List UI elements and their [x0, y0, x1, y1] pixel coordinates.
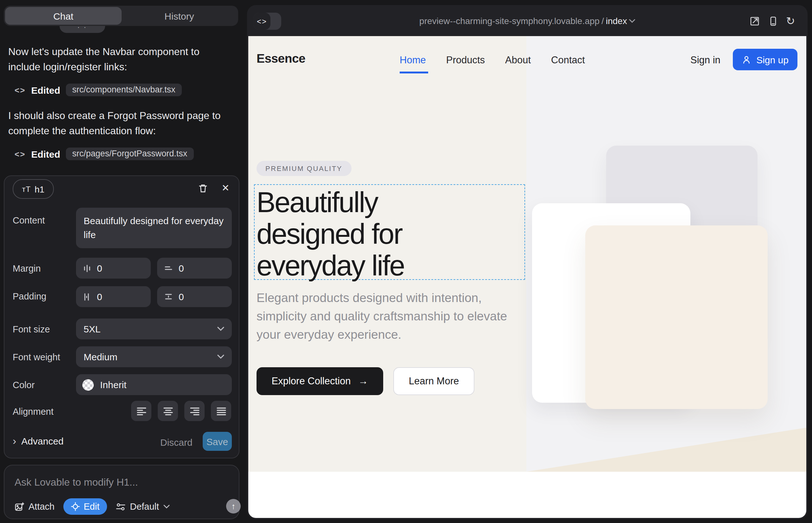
clipped-chat-chip: [59, 26, 105, 33]
padding-x-input[interactable]: 0: [76, 286, 151, 307]
color-swatch: [82, 379, 94, 390]
element-tag: h1: [35, 184, 44, 194]
selected-element-chip: тT h1: [13, 179, 54, 199]
chat-message: Now let's update the Navbar component to…: [8, 44, 231, 74]
padding-x-value: 0: [97, 291, 102, 302]
alignment-label: Alignment: [13, 407, 54, 417]
padding-y-icon: [164, 292, 173, 301]
target-icon: [71, 502, 80, 511]
composer-toolbar: Attach Edit Default ↑: [15, 498, 170, 515]
align-left-button[interactable]: [131, 401, 152, 421]
font-size-select[interactable]: 5XL: [76, 319, 232, 339]
explore-collection-button[interactable]: Explore Collection →: [257, 367, 383, 395]
signup-button[interactable]: Sign up: [733, 49, 797, 70]
sliders-icon: [116, 502, 125, 511]
delete-element-button[interactable]: [196, 182, 209, 194]
tab-chat[interactable]: Chat: [5, 7, 122, 25]
chevron-down-icon: [217, 355, 224, 359]
signup-label: Sign up: [756, 54, 789, 65]
font-weight-select[interactable]: Medium: [76, 346, 232, 367]
align-justify-icon: [216, 407, 226, 415]
align-right-button[interactable]: [184, 401, 205, 421]
refresh-icon[interactable]: ↻: [786, 16, 795, 26]
margin-x-input[interactable]: 0: [76, 258, 151, 278]
hero-heading-line: designed for: [257, 218, 404, 250]
margin-label: Margin: [13, 264, 41, 273]
color-label: Color: [13, 380, 35, 390]
content-label: Content: [13, 215, 45, 226]
file-badge[interactable]: src/pages/ForgotPassword.tsx: [66, 147, 194, 160]
type-icon: тT: [22, 184, 31, 194]
margin-x-icon: [83, 264, 91, 273]
mobile-view-icon[interactable]: [768, 16, 778, 26]
arrow-right-icon: →: [358, 376, 368, 387]
padding-y-input[interactable]: 0: [157, 286, 232, 307]
file-badge[interactable]: src/components/Navbar.tsx: [66, 84, 182, 96]
nav-link-contact[interactable]: Contact: [551, 54, 585, 66]
margin-y-icon: [164, 264, 173, 272]
color-value: Inherit: [100, 379, 126, 390]
model-default-selector[interactable]: Default: [116, 502, 170, 511]
chevron-right-icon: ›: [13, 436, 16, 446]
align-center-button[interactable]: [158, 401, 178, 421]
edited-file-row: <> Edited src/components/Navbar.tsx: [15, 83, 182, 97]
learn-more-button[interactable]: Learn More: [393, 367, 474, 395]
padding-y-value: 0: [179, 291, 184, 302]
nav-link-about[interactable]: About: [505, 54, 531, 66]
app-window: Chat History Now let's update the Navbar…: [0, 0, 812, 523]
site-logo: Essence: [257, 51, 305, 66]
hero-description: Elegant products designed with intention…: [257, 289, 509, 344]
premium-quality-badge: PREMIUM QUALITY: [257, 161, 351, 176]
code-icon: <>: [15, 85, 25, 95]
attach-label: Attach: [29, 502, 54, 511]
chevron-down-icon: [217, 327, 224, 331]
tab-history[interactable]: History: [122, 6, 237, 26]
signin-link[interactable]: Sign in: [690, 54, 721, 66]
edited-file-row: <> Edited src/pages/ForgotPassword.tsx: [15, 147, 194, 161]
padding-label: Padding: [13, 291, 46, 301]
browser-actions: ↻: [749, 16, 795, 26]
nav-link-home[interactable]: Home: [400, 54, 426, 66]
active-nav-underline: [400, 72, 428, 73]
nav-link-products[interactable]: Products: [446, 54, 485, 66]
attach-button[interactable]: Attach: [15, 502, 54, 511]
send-button[interactable]: ↑: [226, 499, 241, 513]
margin-y-input[interactable]: 0: [157, 258, 232, 278]
color-select[interactable]: Inherit: [76, 374, 232, 395]
hero-heading-line: everyday life: [257, 250, 404, 282]
edit-mode-button[interactable]: Edit: [63, 498, 107, 515]
hero-heading[interactable]: Beautifully designed for everyday life: [257, 187, 404, 282]
composer-input[interactable]: Ask Lovable to modify H1...: [15, 477, 224, 488]
font-size-label: Font size: [13, 324, 50, 334]
chat-message: I should also create a Forgot Password p…: [8, 108, 231, 138]
edited-label: Edited: [31, 85, 60, 95]
chevron-down-icon: [163, 505, 170, 508]
url-separator: /: [601, 16, 604, 26]
open-external-icon[interactable]: [749, 16, 760, 26]
advanced-toggle[interactable]: › Advanced: [13, 436, 64, 446]
discard-button[interactable]: Discard: [160, 437, 193, 448]
font-weight-label: Font weight: [13, 352, 60, 362]
site-nav: Home Products About Contact: [400, 54, 585, 66]
element-editor-panel: тT h1 ✕ Content Beautifully designed for…: [4, 175, 240, 458]
save-button[interactable]: Save: [203, 432, 232, 451]
content-input[interactable]: Beautifully designed for everyday life: [76, 208, 232, 248]
edited-label: Edited: [31, 148, 60, 159]
chevron-down-icon: [629, 19, 635, 23]
preview-browser-frame: <> preview--charming-site-symphony.lovab…: [247, 5, 808, 519]
advanced-label: Advanced: [21, 436, 63, 446]
decorative-card-cream: [585, 226, 768, 409]
attach-image-icon: [15, 502, 24, 511]
close-panel-button[interactable]: ✕: [219, 182, 232, 194]
chat-history-tabbar: Chat History: [4, 6, 238, 26]
trash-icon: [197, 183, 208, 194]
url-page-dropdown[interactable]: index: [606, 16, 627, 26]
font-weight-value: Medium: [84, 351, 118, 362]
align-justify-button[interactable]: [211, 401, 231, 421]
url-host: preview--charming-site-symphony.lovable.…: [419, 16, 600, 26]
code-icon: <>: [15, 149, 25, 159]
explore-collection-label: Explore Collection: [272, 376, 351, 387]
site-viewport: Essence Home Products About Contact Sign…: [248, 36, 806, 518]
padding-x-icon: [83, 292, 91, 301]
margin-y-value: 0: [179, 263, 184, 273]
